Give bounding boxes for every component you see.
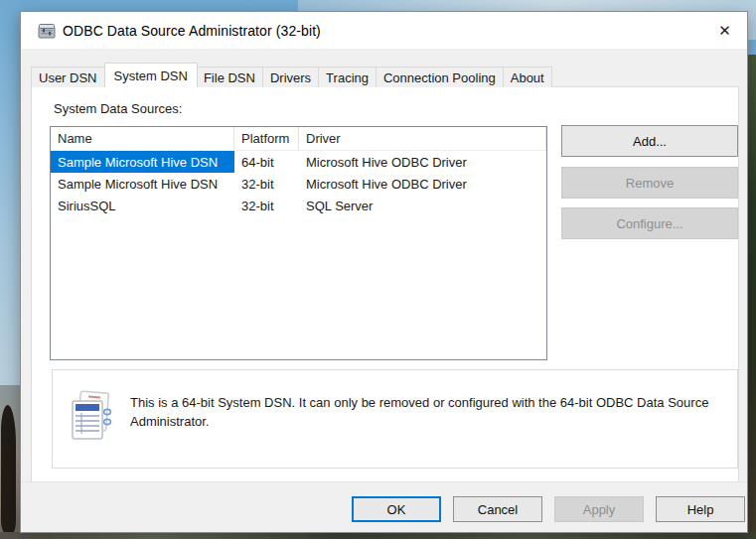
row-driver[interactable]: Microsoft Hive ODBC Driver (299, 155, 546, 170)
tab-about[interactable]: About (504, 67, 552, 87)
configure-button: Configure... (561, 207, 738, 239)
tab-strip: User DSN System DSN File DSN Drivers Tra… (31, 65, 552, 87)
footer-bar: OK Cancel Apply Help (21, 481, 747, 532)
remove-button: Remove (561, 167, 738, 199)
row-name[interactable]: Sample Microsoft Hive DSN (51, 151, 234, 173)
odbc-administrator-dialog: ODBC Data Source Administrator (32-bit) … (20, 11, 748, 533)
tab-connection-pooling[interactable]: Connection Pooling (377, 67, 504, 87)
row-platform[interactable]: 32-bit (234, 177, 299, 192)
row-driver[interactable]: SQL Server (299, 199, 546, 213)
add-button[interactable]: Add... (561, 125, 738, 157)
info-message: This is a 64-bit System DSN. It can only… (130, 393, 726, 431)
desktop-person-silhouette (1, 405, 16, 534)
row-platform[interactable]: 64-bit (234, 155, 299, 170)
table-row[interactable]: Sample Microsoft Hive DSN 64-bit Microso… (51, 151, 546, 173)
desktop-background: ODBC Data Source Administrator (32-bit) … (0, 0, 756, 539)
system-dsn-tab-page: System Data Sources: Name Platform Drive… (31, 86, 739, 483)
row-platform[interactable]: 32-bit (234, 199, 299, 213)
tab-file-dsn[interactable]: File DSN (197, 67, 263, 87)
column-header-driver[interactable]: Driver (299, 127, 546, 150)
data-source-icon (69, 390, 114, 442)
table-row[interactable]: SiriusSQL 32-bit SQL Server (51, 195, 546, 216)
row-name[interactable]: Sample Microsoft Hive DSN (51, 177, 234, 192)
tab-system-dsn[interactable]: System DSN (104, 63, 198, 87)
info-group-box: This is a 64-bit System DSN. It can only… (52, 369, 738, 469)
column-header-platform[interactable]: Platform (234, 127, 299, 150)
ok-button[interactable]: OK (352, 496, 441, 522)
desktop-bottom-strip (0, 532, 756, 539)
table-row[interactable]: Sample Microsoft Hive DSN 32-bit Microso… (51, 173, 546, 195)
tab-tracing[interactable]: Tracing (319, 67, 377, 87)
apply-button: Apply (554, 496, 644, 522)
data-sources-list[interactable]: Name Platform Driver Sample Microsoft Hi… (50, 126, 547, 360)
row-driver[interactable]: Microsoft Hive ODBC Driver (299, 177, 546, 192)
close-button[interactable]: ✕ (702, 12, 747, 49)
system-data-sources-label: System Data Sources: (54, 101, 182, 116)
tab-user-dsn[interactable]: User DSN (31, 67, 105, 87)
title-bar: ODBC Data Source Administrator (32-bit) … (21, 12, 747, 49)
window-title: ODBC Data Source Administrator (32-bit) (63, 23, 321, 39)
cancel-button[interactable]: Cancel (453, 496, 542, 522)
tab-drivers[interactable]: Drivers (263, 67, 319, 87)
column-header-name[interactable]: Name (51, 127, 234, 150)
help-button[interactable]: Help (656, 496, 745, 522)
odbc-app-icon (38, 23, 56, 39)
row-name[interactable]: SiriusSQL (51, 199, 234, 213)
list-header-row: Name Platform Driver (51, 127, 546, 151)
